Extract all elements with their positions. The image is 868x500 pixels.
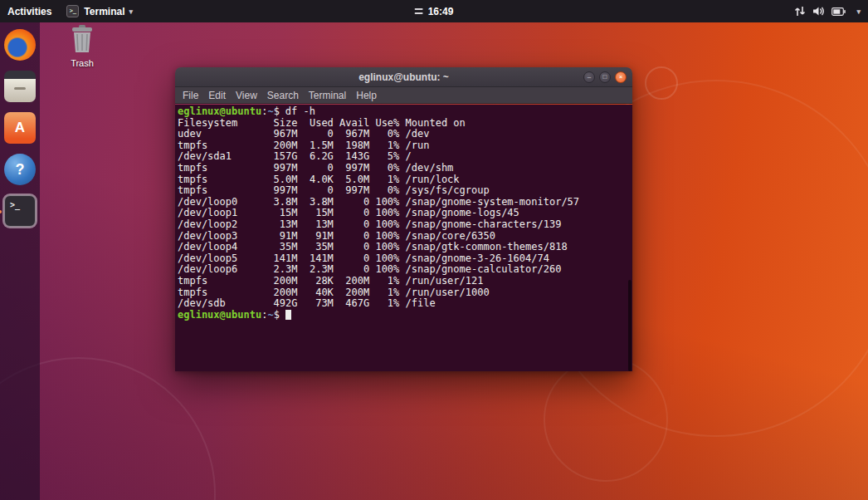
system-menu[interactable]: ▾ bbox=[787, 0, 868, 22]
menu-view[interactable]: View bbox=[231, 90, 262, 101]
prompt-line-command: eglinux@ubuntu:~$df -h bbox=[178, 106, 632, 118]
software-glyph: A bbox=[15, 120, 25, 136]
scrollbar-thumb[interactable] bbox=[628, 280, 631, 371]
window-titlebar[interactable]: eglinux@ubuntu: ~ – □ × bbox=[175, 67, 632, 87]
chevron-down-icon: ▾ bbox=[129, 7, 133, 16]
clock-label: 16:49 bbox=[428, 6, 454, 17]
prompt-path: ~ bbox=[267, 105, 273, 117]
help-glyph: ? bbox=[16, 161, 25, 179]
close-button[interactable]: × bbox=[615, 71, 627, 83]
window-title: eglinux@ubuntu: ~ bbox=[358, 71, 449, 83]
desktop-background: Activities >_ Terminal ▾ 16:49 bbox=[0, 0, 868, 500]
terminal-app-icon: >_ bbox=[66, 5, 79, 17]
typed-command: df -h bbox=[280, 105, 315, 117]
trash-can-icon bbox=[70, 25, 95, 53]
terminal-output-line: tmpfs 997M 0 997M 0% /sys/fs/cgroup bbox=[178, 185, 632, 197]
prompt-user-host: eglinux@ubuntu bbox=[178, 309, 261, 321]
trash-label: Trash bbox=[63, 58, 101, 68]
terminal-glyph: >_ bbox=[10, 200, 20, 209]
terminal-output-line: tmpfs 5.0M 4.0K 5.0M 1% /run/lock bbox=[178, 174, 632, 186]
prompt-dollar: $ bbox=[274, 105, 280, 117]
clock-button[interactable]: 16:49 bbox=[407, 0, 461, 22]
terminal-cursor bbox=[285, 310, 291, 320]
terminal-output-line: tmpfs 200M 40K 200M 1% /run/user/1000 bbox=[178, 287, 632, 299]
chevron-down-icon: ▾ bbox=[856, 7, 861, 16]
wallpaper-circle-decoration bbox=[544, 357, 668, 482]
terminal-output-line: tmpfs 200M 1.5M 198M 1% /run bbox=[178, 140, 632, 152]
maximize-button[interactable]: □ bbox=[599, 71, 611, 83]
prompt-dollar: $ bbox=[274, 309, 280, 321]
focused-app-menu[interactable]: >_ Terminal ▾ bbox=[59, 0, 140, 22]
prompt-user-host: eglinux@ubuntu bbox=[178, 105, 261, 117]
menu-file[interactable]: File bbox=[178, 90, 203, 101]
files-glyph bbox=[14, 87, 26, 90]
dock-help-icon[interactable]: ? bbox=[4, 154, 36, 185]
terminal-output-line: /dev/loop0 3.8M 3.8M 0 100% /snap/gnome-… bbox=[178, 197, 632, 208]
dock-firefox-icon[interactable] bbox=[4, 29, 36, 61]
command-output: Filesystem Size Used Avail Use% Mounted … bbox=[178, 118, 632, 310]
dock-software-icon[interactable]: A bbox=[4, 112, 36, 144]
focused-app-label: Terminal bbox=[84, 6, 124, 17]
terminal-output-line: udev 967M 0 967M 0% /dev bbox=[178, 129, 632, 140]
terminal-window: eglinux@ubuntu: ~ – □ × FileEditViewSear… bbox=[175, 67, 632, 371]
terminal-output-line: /dev/loop5 141M 141M 0 100% /snap/gnome-… bbox=[178, 253, 632, 265]
menu-bar: FileEditViewSearchTerminalHelp bbox=[175, 87, 632, 104]
dock-files-icon[interactable] bbox=[4, 71, 36, 102]
trash-desktop-icon[interactable]: Trash bbox=[63, 25, 101, 68]
terminal-output-line: /dev/loop1 15M 15M 0 100% /snap/gnome-lo… bbox=[178, 208, 632, 219]
menu-search[interactable]: Search bbox=[262, 90, 304, 101]
clock-icon bbox=[415, 7, 423, 16]
menu-edit[interactable]: Edit bbox=[203, 90, 231, 101]
battery-icon bbox=[831, 7, 846, 16]
terminal-output-line: /dev/loop3 91M 91M 0 100% /snap/core/635… bbox=[178, 231, 632, 243]
volume-icon bbox=[812, 6, 825, 17]
terminal-output-line: /dev/loop6 2.3M 2.3M 0 100% /snap/gnome-… bbox=[178, 264, 632, 276]
terminal-output-line: tmpfs 200M 28K 200M 1% /run/user/121 bbox=[178, 276, 632, 287]
dock: A?>_ bbox=[0, 22, 40, 500]
menu-terminal[interactable]: Terminal bbox=[304, 90, 351, 101]
network-icon bbox=[794, 6, 806, 17]
window-controls: – □ × bbox=[583, 67, 627, 86]
top-bar: Activities >_ Terminal ▾ 16:49 bbox=[0, 0, 868, 22]
prompt-line-current: eglinux@ubuntu:~$ bbox=[178, 310, 632, 321]
prompt-path: ~ bbox=[267, 309, 273, 321]
menu-help[interactable]: Help bbox=[351, 90, 382, 101]
dock-terminal-icon[interactable]: >_ bbox=[4, 195, 36, 227]
terminal-output-line: tmpfs 997M 0 997M 0% /dev/shm bbox=[178, 163, 632, 174]
terminal-output-line: Filesystem Size Used Avail Use% Mounted … bbox=[178, 118, 632, 130]
terminal-content[interactable]: eglinux@ubuntu:~$df -h Filesystem Size U… bbox=[175, 105, 632, 371]
minimize-button[interactable]: – bbox=[583, 71, 595, 83]
terminal-output-line: /dev/loop4 35M 35M 0 100% /snap/gtk-comm… bbox=[178, 242, 632, 253]
terminal-output-line: /dev/sda1 157G 6.2G 143G 5% / bbox=[178, 151, 632, 163]
activities-button[interactable]: Activities bbox=[0, 0, 59, 22]
terminal-output-line: /dev/loop2 13M 13M 0 100% /snap/gnome-ch… bbox=[178, 219, 632, 231]
terminal-output-line: /dev/sdb 492G 73M 467G 1% /file bbox=[178, 298, 632, 310]
